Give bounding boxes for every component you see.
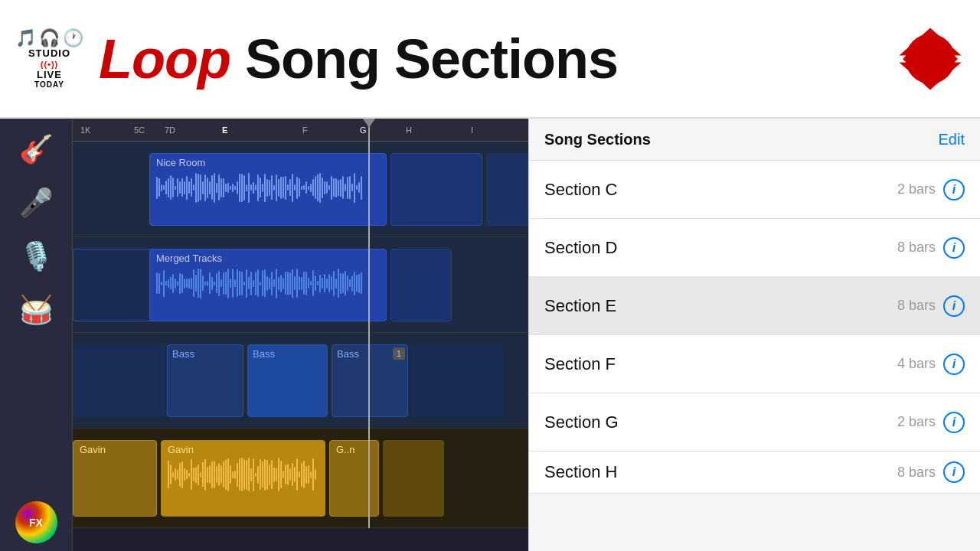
sections-list: Section C2 barsiSection D8 barsiSection …: [529, 161, 980, 551]
section-right: 8 barsi: [897, 461, 965, 483]
nice-room-block-2: [390, 153, 482, 226]
main-area: 🎸 🎤 🎙️ 🥁 FX 1K 5C 7D E F G H I J L +: [0, 119, 980, 551]
playhead: [368, 119, 370, 528]
logo-today: TODAY: [28, 80, 70, 89]
sidebar: 🎸 🎤 🎙️ 🥁 FX: [0, 119, 73, 551]
section-right: 8 barsi: [897, 295, 965, 317]
clock-icon: 🕐: [63, 28, 83, 48]
merged-block-3: [390, 249, 452, 321]
section-row-section-g[interactable]: Section G2 barsi: [529, 393, 980, 452]
info-icon[interactable]: i: [943, 461, 965, 483]
refresh-icon: [896, 24, 965, 93]
section-bars: 4 bars: [897, 356, 936, 372]
guitar-icon: 🎸: [13, 126, 59, 172]
section-row-section-h[interactable]: Section H8 barsi: [529, 452, 980, 494]
section-name: Section F: [544, 354, 616, 374]
bass-badge: 1: [393, 347, 405, 360]
gavin-waveform: [168, 459, 318, 490]
info-icon[interactable]: i: [943, 179, 965, 201]
playhead-triangle: [363, 119, 375, 128]
section-name: Section C: [544, 180, 617, 200]
logo-text: STUDIO ((•)) LIVE TODAY: [28, 48, 70, 90]
sections-panel-title: Song Sections: [544, 131, 651, 148]
mic2-icon: 🎙️: [13, 233, 59, 279]
marker-7d: 7D: [165, 126, 175, 135]
marker-5c: 5C: [134, 126, 145, 135]
logo-live: LIVE: [28, 70, 70, 80]
marker-e: E: [222, 126, 227, 135]
bass-after-block: [412, 344, 504, 417]
nice-room-label: Nice Room: [156, 157, 205, 168]
merged-label: Merged Tracks: [156, 253, 222, 264]
sections-header: Song Sections Edit: [529, 119, 980, 161]
bass-label-3: Bass: [337, 348, 359, 360]
gavin-after-block: [383, 440, 444, 517]
info-icon[interactable]: i: [943, 412, 965, 433]
logo-studio: STUDIO: [28, 48, 70, 59]
section-bars: 2 bars: [897, 181, 936, 197]
section-bars: 8 bars: [897, 240, 936, 256]
info-icon[interactable]: i: [943, 295, 965, 317]
section-bars: 2 bars: [897, 414, 936, 430]
section-bars: 8 bars: [897, 465, 936, 481]
info-icon[interactable]: i: [943, 237, 965, 259]
headphones-icon: 🎧: [39, 28, 60, 48]
header: 🎵 🎧 🕐 STUDIO ((•)) LIVE TODAY Loop Song …: [0, 0, 980, 119]
bass-block-2[interactable]: Bass: [247, 344, 328, 417]
mic-icon: 🎤: [13, 180, 59, 226]
marker-i: I: [471, 126, 473, 135]
section-right: 8 barsi: [897, 237, 965, 259]
gavin-label-1: Gavin: [80, 444, 106, 455]
gavin-partial-block: G..n: [329, 440, 379, 517]
info-icon[interactable]: i: [943, 354, 965, 375]
fx-button[interactable]: FX: [15, 501, 57, 543]
merged-block-2[interactable]: Merged Tracks: [149, 249, 387, 321]
section-row-section-f[interactable]: Section F4 barsi: [529, 335, 980, 393]
marker-f: F: [302, 126, 308, 135]
section-row-section-c[interactable]: Section C2 barsi: [529, 161, 980, 219]
section-row-section-d[interactable]: Section D8 barsi: [529, 219, 980, 277]
marker-h: H: [406, 126, 412, 135]
sections-panel: Song Sections Edit Section C2 barsiSecti…: [528, 119, 980, 551]
section-right: 4 barsi: [897, 354, 965, 375]
section-name: Section E: [544, 296, 616, 316]
logo-radio: ((•)): [41, 60, 59, 69]
section-right: 2 barsi: [897, 412, 965, 433]
section-name: Section H: [544, 462, 617, 482]
nice-room-waveform: [156, 172, 380, 203]
gavin-label-3: G..n: [336, 444, 355, 455]
bass-pre-block: [73, 344, 165, 417]
bass-label-1: Bass: [172, 348, 194, 360]
page-title: Loop Song Sections: [99, 28, 965, 90]
merged-waveform: [156, 268, 380, 298]
section-right: 2 barsi: [897, 179, 965, 201]
gavin-active-block[interactable]: Gavin: [161, 440, 325, 517]
edit-button[interactable]: Edit: [939, 131, 965, 148]
drums-icon: 🥁: [13, 287, 59, 333]
bass-label-2: Bass: [253, 348, 275, 360]
title-loop: Loop: [99, 28, 245, 90]
section-name: Section D: [544, 238, 617, 258]
title-rest: Song Sections: [245, 28, 618, 90]
logo-area: 🎵 🎧 🕐 STUDIO ((•)) LIVE TODAY: [15, 28, 83, 90]
logo-icons: 🎵 🎧 🕐: [15, 28, 83, 48]
section-name: Section G: [544, 412, 619, 432]
bass-block-1[interactable]: Bass: [167, 344, 243, 417]
section-bars: 8 bars: [897, 298, 936, 314]
bass-block-3[interactable]: Bass 1: [332, 344, 408, 417]
nice-room-block[interactable]: Nice Room: [149, 153, 387, 226]
vinyl-icon: 🎵: [15, 28, 36, 48]
gavin-label-2: Gavin: [168, 444, 194, 455]
gavin-pre-block: Gavin: [73, 440, 157, 517]
marker-1k: 1K: [80, 126, 90, 135]
section-row-section-e[interactable]: Section E8 barsi: [529, 277, 980, 335]
